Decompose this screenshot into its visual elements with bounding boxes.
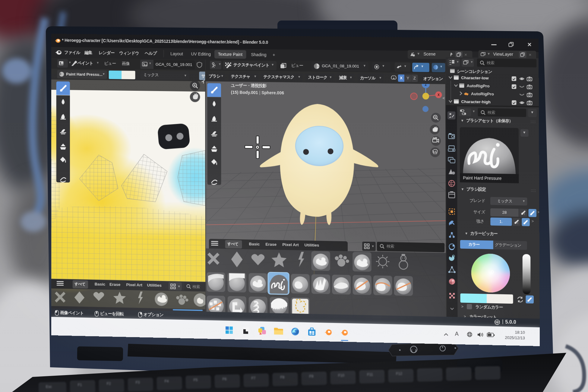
svg-text:F7: F7 (251, 376, 256, 380)
svg-text:!: ! (517, 222, 518, 225)
svg-text:F5: F5 (193, 378, 198, 382)
svg-text:AutoRigPro: AutoRigPro (471, 91, 494, 96)
svg-text:!: ! (524, 213, 525, 216)
svg-text:X: X (438, 93, 440, 96)
svg-text:F6: F6 (222, 377, 227, 381)
svg-text:F1: F1 (78, 383, 82, 387)
svg-text:Character-high: Character-high (461, 99, 490, 104)
svg-text:Paint Hard Pressure: Paint Hard Pressure (463, 175, 501, 181)
svg-text:シーンコレクション: シーンコレクション (457, 69, 492, 74)
svg-text:F12: F12 (396, 371, 402, 376)
svg-text:F9: F9 (309, 374, 314, 378)
svg-text:F11: F11 (367, 372, 373, 377)
svg-text:AutoRigPro: AutoRigPro (467, 84, 490, 88)
svg-text:F2: F2 (107, 381, 111, 386)
svg-text:Esc: Esc (46, 384, 52, 389)
svg-text:<: < (443, 96, 445, 100)
svg-text:F10: F10 (338, 373, 344, 378)
svg-text:F3: F3 (135, 380, 140, 384)
svg-text:F8: F8 (280, 375, 285, 379)
svg-text:Character-low: Character-low (461, 75, 489, 80)
svg-text:F4: F4 (164, 379, 169, 383)
